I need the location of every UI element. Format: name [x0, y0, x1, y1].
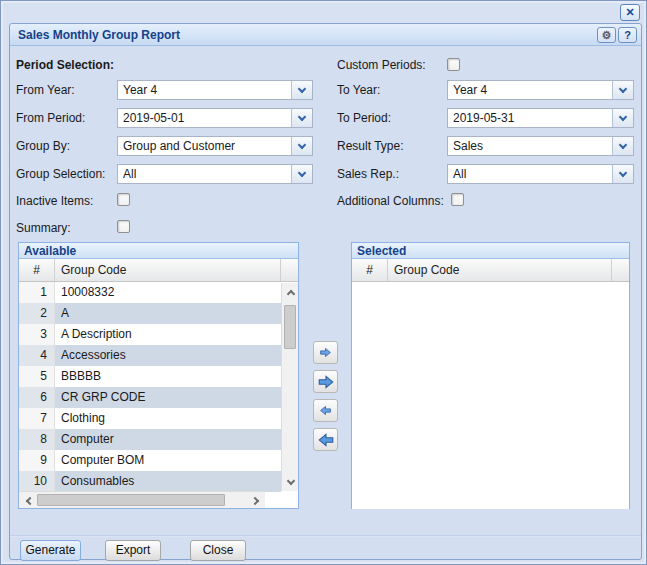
sales-monthly-group-report-dialog: Sales Monthly Group Report ⚙ ? Period Se…	[9, 23, 642, 560]
scroll-down-icon[interactable]	[282, 474, 299, 491]
row-group-code-cell: Consumables	[55, 471, 281, 492]
row-number-cell: 3	[19, 324, 55, 345]
gear-icon: ⚙	[602, 30, 612, 41]
footer-divider	[10, 535, 641, 537]
chevron-down-icon[interactable]	[612, 81, 633, 99]
selected-panel-title: Selected	[352, 243, 629, 259]
to-year-label: To Year:	[337, 83, 380, 97]
grid-row[interactable]: 8Computer	[19, 429, 281, 450]
vertical-scroll-thumb[interactable]	[284, 305, 296, 349]
available-panel: Available # Group Code 1100083322A3A Des…	[18, 242, 299, 509]
grid-row[interactable]: 6CR GRP CODE	[19, 387, 281, 408]
result-type-combo[interactable]: Sales	[447, 136, 634, 156]
period-selection-label: Period Selection:	[16, 58, 114, 72]
to-year-value: Year 4	[453, 83, 609, 97]
close-icon: ✕	[625, 6, 634, 18]
chevron-down-icon[interactable]	[612, 137, 633, 155]
to-period-value: 2019-05-31	[453, 111, 609, 125]
settings-button[interactable]: ⚙	[597, 27, 616, 43]
row-group-code-cell: CR GRP CODE	[55, 387, 281, 408]
available-panel-title: Available	[19, 243, 298, 259]
chevron-down-icon[interactable]	[291, 109, 312, 127]
from-period-label: From Period:	[16, 111, 85, 125]
grid-row[interactable]: 110008332	[19, 282, 281, 303]
inactive-items-checkbox[interactable]	[117, 193, 130, 206]
column-header-number[interactable]: #	[19, 259, 55, 281]
close-button[interactable]: Close	[190, 540, 246, 561]
move-all-right-button[interactable]	[313, 370, 338, 393]
available-horizontal-scrollbar[interactable]	[19, 491, 265, 508]
column-header-number[interactable]: #	[352, 259, 388, 281]
summary-checkbox[interactable]	[117, 220, 130, 233]
window-close-button[interactable]: ✕	[620, 4, 640, 21]
row-group-code-cell: BBBBB	[55, 366, 281, 387]
chevron-down-icon[interactable]	[291, 165, 312, 183]
from-year-combo[interactable]: Year 4	[117, 80, 313, 100]
chevron-down-icon[interactable]	[612, 109, 633, 127]
scroll-right-icon[interactable]	[248, 492, 265, 509]
sales-rep-combo[interactable]: All	[447, 164, 634, 184]
row-number-cell: 10	[19, 471, 55, 492]
chevron-down-icon[interactable]	[291, 137, 312, 155]
row-group-code-cell: A Description	[55, 324, 281, 345]
from-period-value: 2019-05-01	[123, 111, 288, 125]
inactive-items-label: Inactive Items:	[16, 194, 93, 208]
from-year-label: From Year:	[16, 83, 75, 97]
generate-button[interactable]: Generate	[20, 540, 81, 561]
row-number-cell: 7	[19, 408, 55, 429]
row-number-cell: 4	[19, 345, 55, 366]
sales-rep-label: Sales Rep.:	[337, 167, 399, 181]
available-vertical-scrollbar[interactable]	[281, 283, 298, 491]
result-type-label: Result Type:	[337, 139, 403, 153]
from-period-combo[interactable]: 2019-05-01	[117, 108, 313, 128]
scroll-left-icon[interactable]	[19, 492, 36, 509]
row-group-code-cell: Computer BOM	[55, 450, 281, 471]
group-selection-combo[interactable]: All	[117, 164, 313, 184]
group-by-value: Group and Customer	[123, 139, 288, 153]
group-by-label: Group By:	[16, 139, 70, 153]
dialog-title: Sales Monthly Group Report	[18, 28, 180, 42]
row-group-code-cell: A	[55, 303, 281, 324]
grid-row[interactable]: 10Consumables	[19, 471, 281, 492]
move-right-button[interactable]	[313, 341, 338, 364]
available-grid-header: # Group Code	[19, 259, 298, 282]
to-year-combo[interactable]: Year 4	[447, 80, 634, 100]
grid-row[interactable]: 7Clothing	[19, 408, 281, 429]
row-group-code-cell: Accessories	[55, 345, 281, 366]
horizontal-scroll-thumb[interactable]	[37, 494, 225, 506]
column-header-filler	[612, 259, 629, 281]
move-left-button[interactable]	[313, 399, 338, 422]
chevron-down-icon[interactable]	[291, 81, 312, 99]
to-period-combo[interactable]: 2019-05-31	[447, 108, 634, 128]
group-selection-label: Group Selection:	[16, 167, 105, 181]
export-button[interactable]: Export	[105, 540, 161, 561]
column-header-group-code[interactable]: Group Code	[55, 259, 281, 281]
grid-row[interactable]: 3A Description	[19, 324, 281, 345]
row-number-cell: 1	[19, 282, 55, 303]
row-number-cell: 8	[19, 429, 55, 450]
help-button[interactable]: ?	[618, 27, 637, 43]
additional-columns-label: Additional Columns:	[337, 194, 444, 208]
move-all-left-button[interactable]	[313, 428, 338, 451]
custom-periods-checkbox[interactable]	[447, 58, 460, 71]
scroll-up-icon[interactable]	[282, 283, 299, 300]
group-selection-value: All	[123, 167, 288, 181]
grid-row[interactable]: 9Computer BOM	[19, 450, 281, 471]
from-year-value: Year 4	[123, 83, 288, 97]
additional-columns-checkbox[interactable]	[451, 193, 464, 206]
row-group-code-cell: Clothing	[55, 408, 281, 429]
row-group-code-cell: Computer	[55, 429, 281, 450]
group-by-combo[interactable]: Group and Customer	[117, 136, 313, 156]
grid-row[interactable]: 4Accessories	[19, 345, 281, 366]
sales-rep-value: All	[453, 167, 609, 181]
grid-row[interactable]: 5BBBBB	[19, 366, 281, 387]
available-grid-body: 1100083322A3A Description4Accessories5BB…	[19, 282, 281, 492]
column-header-filler	[281, 259, 298, 281]
arrow-left-large-icon	[317, 431, 335, 449]
selected-grid-body	[352, 282, 629, 509]
grid-row[interactable]: 2A	[19, 303, 281, 324]
chevron-down-icon[interactable]	[612, 165, 633, 183]
custom-periods-label: Custom Periods:	[337, 58, 426, 72]
dialog-titlebar: Sales Monthly Group Report ⚙ ?	[10, 24, 641, 46]
column-header-group-code[interactable]: Group Code	[388, 259, 612, 281]
